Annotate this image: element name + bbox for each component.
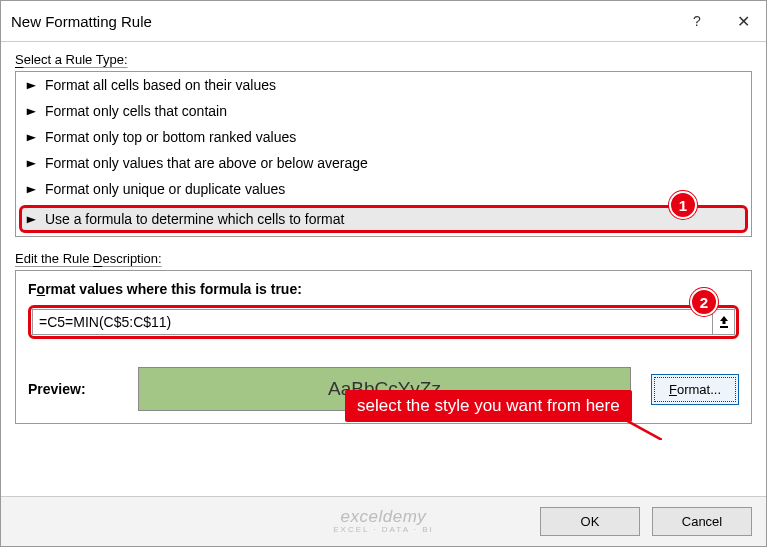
annotation-badge-2: 2	[690, 288, 718, 316]
bullet-icon: ►	[24, 157, 39, 169]
formula-input[interactable]	[32, 309, 713, 335]
titlebar: New Formatting Rule ? ✕	[1, 1, 766, 42]
edit-rule-desc-label: Edit the Rule Description:	[15, 251, 752, 266]
rule-type-item[interactable]: ► Format only values that are above or b…	[16, 150, 751, 176]
new-formatting-rule-dialog: New Formatting Rule ? ✕ Select a Rule Ty…	[0, 0, 767, 547]
annotation-tooltip: select the style you want from here	[345, 390, 632, 422]
bullet-icon: ►	[24, 105, 39, 117]
watermark: exceldemy EXCEL · DATA · BI	[333, 508, 434, 535]
range-selector-icon	[718, 315, 730, 329]
rule-type-item[interactable]: ► Format only unique or duplicate values	[16, 176, 751, 202]
rule-type-text: Format only unique or duplicate values	[45, 181, 285, 197]
watermark-line2: EXCEL · DATA · BI	[333, 526, 434, 535]
bullet-icon: ►	[24, 213, 39, 225]
ok-button[interactable]: OK	[540, 507, 640, 536]
rule-type-text: Format only top or bottom ranked values	[45, 129, 296, 145]
dialog-title: New Formatting Rule	[11, 13, 674, 30]
watermark-line1: exceldemy	[333, 508, 434, 527]
format-button[interactable]: Format...	[651, 374, 739, 405]
svg-rect-0	[720, 326, 728, 328]
annotation-badge-1: 1	[669, 191, 697, 219]
rule-type-text: Format all cells based on their values	[45, 77, 276, 93]
rule-type-list: ► Format all cells based on their values…	[15, 71, 752, 237]
rule-type-text: Use a formula to determine which cells t…	[45, 211, 345, 227]
rule-type-text: Format only cells that contain	[45, 103, 227, 119]
rule-type-item[interactable]: ► Format all cells based on their values	[16, 72, 751, 98]
preview-label: Preview:	[28, 381, 118, 397]
rule-type-item-selected[interactable]: 1 ► Use a formula to determine which cel…	[19, 205, 748, 233]
formula-heading: Format values where this formula is true…	[28, 281, 739, 297]
bullet-icon: ►	[24, 79, 39, 91]
bullet-icon: ►	[24, 131, 39, 143]
rule-type-text: Format only values that are above or bel…	[45, 155, 368, 171]
dialog-footer: exceldemy EXCEL · DATA · BI OK Cancel	[1, 496, 766, 546]
close-button[interactable]: ✕	[720, 7, 766, 35]
range-selector-button[interactable]	[713, 309, 735, 335]
rule-type-item[interactable]: ► Format only top or bottom ranked value…	[16, 124, 751, 150]
rule-type-item[interactable]: ► Format only cells that contain	[16, 98, 751, 124]
formula-input-row: 2	[28, 305, 739, 339]
help-button[interactable]: ?	[674, 7, 720, 35]
select-rule-type-label: Select a Rule Type:	[15, 52, 752, 67]
bullet-icon: ►	[24, 183, 39, 195]
cancel-button[interactable]: Cancel	[652, 507, 752, 536]
